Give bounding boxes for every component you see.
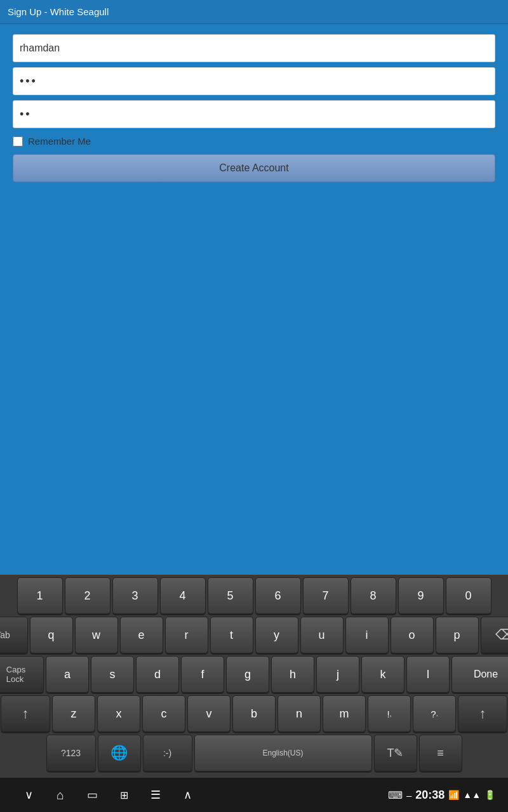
key-3[interactable]: 3 [112,577,158,614]
key-u[interactable]: u [300,617,344,653]
key-caps-lock[interactable]: CapsLock [0,656,44,693]
title-bar: Sign Up - White Seagull [0,0,508,24]
keyboard-row-bottom: ?123 🌐 :-) English(US) T✎ ≡ [1,735,507,771]
key-k[interactable]: k [361,656,404,693]
keyboard-row-asdf: CapsLock a s d f g h j k l Done [1,656,507,693]
key-4[interactable]: 4 [160,577,206,614]
key-6[interactable]: 6 [255,577,301,614]
key-s[interactable]: s [91,656,134,693]
key-c[interactable]: c [142,695,185,732]
key-n[interactable]: n [277,695,321,732]
key-numbers-toggle[interactable]: ?123 [46,735,96,771]
nav-screenshot[interactable]: ⊞ [108,789,140,801]
key-shift-right[interactable]: ↑ [458,695,507,732]
key-5[interactable]: 5 [208,577,253,614]
nav-bar: ∨ ⌂ ▭ ⊞ ☰ ∧ ⌨ – 20:38 📶 ▲▲ 🔋 [0,778,508,812]
confirm-password-input[interactable] [13,100,495,128]
key-text-format[interactable]: T✎ [374,735,417,771]
key-i[interactable]: i [345,617,389,653]
key-7[interactable]: 7 [303,577,349,614]
key-x[interactable]: x [97,695,140,732]
key-g[interactable]: g [226,656,269,693]
keyboard-row-numbers: 1 2 3 4 5 6 7 8 9 0 [1,577,507,614]
key-z[interactable]: z [52,695,95,732]
key-l[interactable]: l [406,656,450,693]
key-menu[interactable]: ≡ [419,735,462,771]
username-input[interactable] [13,34,495,62]
remember-me-checkbox[interactable] [13,136,23,147]
nav-back[interactable]: ∨ [13,788,44,802]
main-content: Remember Me Create Account [0,24,508,575]
key-m[interactable]: m [323,695,366,732]
app-title: Sign Up - White Seagull [8,6,109,17]
nav-recent[interactable]: ▭ [76,788,108,802]
key-globe[interactable]: 🌐 [98,735,141,771]
key-smiley[interactable]: :-) [143,735,192,771]
remember-me-label[interactable]: Remember Me [28,136,91,147]
key-0[interactable]: 0 [446,577,491,614]
keyboard-indicator: ⌨ [388,789,403,801]
key-a[interactable]: a [46,656,89,693]
key-o[interactable]: o [391,617,434,653]
key-h[interactable]: h [271,656,314,693]
key-8[interactable]: 8 [351,577,396,614]
key-j[interactable]: j [316,656,359,693]
nav-home[interactable]: ⌂ [44,788,76,802]
nav-options[interactable]: ☰ [140,788,171,802]
wifi-icon: 📶 [448,790,459,800]
time-separator: – [406,790,411,801]
key-v[interactable]: v [187,695,231,732]
key-tab[interactable]: Tab [0,617,28,653]
keyboard-row-qwerty: Tab q w e r t y u i o p ⌫ [1,617,507,653]
key-done[interactable]: Done [451,656,508,693]
key-question[interactable]: ?. [413,695,456,732]
key-f[interactable]: f [181,656,224,693]
key-t[interactable]: t [210,617,253,653]
create-account-button[interactable]: Create Account [13,154,495,182]
nav-task[interactable]: ∧ [171,788,203,802]
key-space[interactable]: English(US) [194,735,372,771]
key-backspace[interactable]: ⌫ [481,617,509,653]
keyboard-row-zxcv: ↑ z x c v b n m !, ?. ↑ [1,695,507,732]
keyboard-area: 1 2 3 4 5 6 7 8 9 0 Tab q w e r t y u i … [0,575,508,778]
key-b[interactable]: b [232,695,276,732]
key-e[interactable]: e [120,617,163,653]
key-9[interactable]: 9 [398,577,444,614]
key-shift-left[interactable]: ↑ [1,695,50,732]
key-2[interactable]: 2 [65,577,110,614]
key-q[interactable]: q [30,617,73,653]
signal-icon: ▲▲ [463,790,481,800]
remember-me-row: Remember Me [13,136,495,147]
key-r[interactable]: r [165,617,208,653]
key-1[interactable]: 1 [17,577,63,614]
password-input[interactable] [13,67,495,95]
key-exclaim[interactable]: !, [368,695,411,732]
key-y[interactable]: y [255,617,298,653]
time-display: 20:38 [415,789,444,802]
status-bar: ⌨ – 20:38 📶 ▲▲ 🔋 [388,789,495,802]
key-p[interactable]: p [436,617,479,653]
battery-icon: 🔋 [485,790,495,800]
key-w[interactable]: w [75,617,118,653]
key-d[interactable]: d [136,656,179,693]
